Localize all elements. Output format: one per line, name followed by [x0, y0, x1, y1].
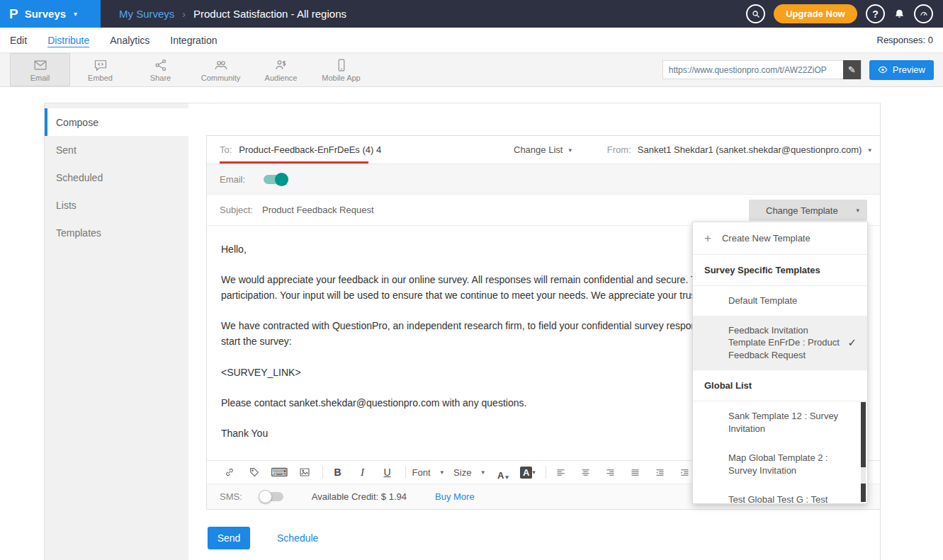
chevron-down-icon: ▾ [568, 147, 572, 154]
indent-decrease-icon [655, 467, 665, 478]
tab-integration[interactable]: Integration [170, 35, 217, 46]
template-option-default[interactable]: Default Template [693, 286, 867, 316]
sidebar-item-sent[interactable]: Sent [45, 136, 188, 164]
align-justify-icon [630, 467, 640, 478]
link-icon [224, 467, 235, 478]
sidebar-item-scheduled[interactable]: Scheduled [45, 164, 188, 191]
bg-color-label: A [520, 467, 532, 479]
change-template-button[interactable]: Change Template ▾ [749, 200, 867, 221]
create-new-template-item[interactable]: + Create New Template [693, 222, 867, 254]
size-label: Size [453, 467, 471, 478]
toggle-knob [259, 490, 272, 503]
email-toggle[interactable] [264, 175, 286, 184]
sidebar-item-label: Lists [56, 200, 77, 211]
schedule-link[interactable]: Schedule [277, 532, 318, 544]
italic-button[interactable]: I [354, 464, 371, 481]
questionpro-logo: P [9, 7, 18, 21]
plus-icon: + [704, 232, 711, 244]
align-justify-button[interactable] [627, 464, 644, 481]
keyboard-icon: ⌨ [271, 465, 288, 480]
background-color-button[interactable]: A ▾ [519, 464, 536, 481]
indent-decrease-button[interactable] [652, 464, 669, 481]
merge-tag-button[interactable] [246, 464, 263, 481]
preview-button[interactable]: Preview [869, 60, 934, 80]
template-option-label: Test Global Test G : Test PAA G [728, 494, 828, 504]
survey-url-input[interactable] [663, 65, 843, 75]
align-center-button[interactable] [577, 464, 594, 481]
sidebar-item-templates[interactable]: Templates [45, 219, 188, 246]
toolbar-divider [322, 466, 323, 479]
sidebar-item-label: Sent [56, 144, 77, 156]
surveys-product-menu[interactable]: P Surveys ▾ [0, 0, 101, 28]
search-button[interactable] [746, 4, 765, 23]
edit-url-button[interactable]: ✎ [843, 60, 861, 79]
text-color-label: A [497, 470, 504, 481]
menu-scrollbar[interactable] [861, 401, 866, 502]
tab-distribute[interactable]: Distribute [47, 35, 89, 46]
survey-url-box: ✎ [662, 60, 862, 79]
align-right-button[interactable] [602, 464, 619, 481]
toolbar-divider [405, 466, 406, 479]
tab-edit[interactable]: Edit [10, 35, 27, 46]
image-icon [299, 467, 310, 478]
channel-community[interactable]: Community [191, 53, 251, 86]
channel-label: Email [30, 74, 50, 82]
embed-icon [94, 58, 108, 72]
upgrade-now-button[interactable]: Upgrade Now [774, 4, 857, 23]
top-bar: P Surveys ▾ My Surveys › Product Satisfa… [0, 0, 943, 28]
font-size-dropdown[interactable]: Size ▾ [453, 467, 485, 478]
underline-button[interactable]: U [379, 464, 396, 481]
help-button[interactable]: ? [866, 4, 885, 23]
email-toggle-label: Email: [220, 174, 245, 185]
to-row: To: Product-Feedback-EnFrDeEs (4) 4 Chan… [207, 136, 880, 164]
send-button[interactable]: Send [208, 527, 250, 549]
change-template-label: Change Template [766, 205, 838, 216]
template-option-test-global-test-g[interactable]: Test Global Test G : Test PAA G [693, 485, 867, 504]
channel-audience[interactable]: Audience [251, 53, 311, 86]
email-sidebar: Compose Sent Scheduled Lists Templates [45, 103, 188, 560]
template-option-map-global-template-2[interactable]: Map Global Template 2 : Survey Invitatio… [693, 443, 867, 485]
subject-input[interactable]: Product Feedback Request [262, 205, 374, 215]
survey-nav-bar: Edit Distribute Analytics Integration Re… [0, 28, 943, 53]
sidebar-item-lists[interactable]: Lists [45, 191, 188, 219]
insert-image-button[interactable] [296, 464, 313, 481]
available-credit: Available Credit: $ 1.94 [312, 491, 407, 502]
tab-analytics[interactable]: Analytics [110, 35, 149, 46]
sidebar-item-compose[interactable]: Compose [45, 108, 188, 136]
from-dropdown[interactable]: From: Sanket1 Shekdar1 (sanket.shekdar@q… [607, 144, 871, 155]
buy-more-link[interactable]: Buy More [435, 491, 475, 502]
indent-increase-button[interactable] [677, 464, 694, 481]
template-option-sank-template-12[interactable]: Sank Template 12 : Survey Invitation [693, 401, 867, 443]
sidebar-item-label: Templates [56, 227, 101, 239]
email-icon [33, 58, 47, 72]
source-code-button[interactable]: ⌨ [271, 464, 288, 481]
to-list-value[interactable]: Product-Feedback-EnFrDeEs (4) 4 [239, 144, 381, 155]
sms-toggle[interactable] [261, 492, 283, 501]
text-color-button[interactable]: A ▾ [495, 464, 512, 481]
chevron-down-icon: ▾ [856, 207, 859, 214]
email-toggle-row: Email: [207, 164, 880, 195]
channel-embed[interactable]: Embed [70, 53, 130, 86]
send-actions: Send Schedule [208, 527, 318, 549]
bold-button[interactable]: B [329, 464, 346, 481]
channel-mobile-app[interactable]: Mobile App [311, 53, 371, 86]
sidebar-item-label: Scheduled [56, 172, 103, 183]
scrollbar-thumb[interactable] [861, 402, 866, 467]
font-family-dropdown[interactable]: Font ▾ [412, 467, 444, 478]
from-sender-value: Sanket1 Shekdar1 (sanket.shekdar@questio… [638, 144, 862, 155]
change-list-dropdown[interactable]: Change List ▾ [514, 144, 572, 155]
breadcrumb-my-surveys[interactable]: My Surveys [119, 8, 174, 20]
notifications-button[interactable] [893, 8, 905, 21]
chevron-down-icon: ▾ [441, 469, 444, 476]
insert-link-button[interactable] [221, 464, 238, 481]
template-option-label: Feedback Invitation Template EnFrDe : Pr… [728, 325, 840, 360]
channel-share[interactable]: Share [130, 53, 191, 86]
channel-email[interactable]: Email [10, 53, 70, 86]
channel-label: Community [201, 74, 241, 82]
usage-meter-button[interactable] [914, 4, 933, 23]
align-left-icon [555, 467, 566, 478]
template-option-feedback-invitation[interactable]: Feedback Invitation Template EnFrDe : Pr… [693, 316, 867, 370]
align-left-button[interactable] [553, 464, 570, 481]
check-icon: ✓ [847, 336, 857, 350]
scrollbar-thumb[interactable] [861, 484, 866, 502]
